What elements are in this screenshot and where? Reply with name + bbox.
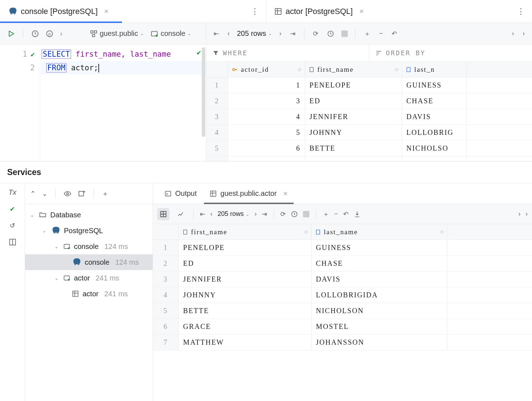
add-icon[interactable]: ＋ [323,210,329,218]
prev-page-icon[interactable]: ‹ [210,210,213,218]
close-icon[interactable]: ✕ [104,8,109,15]
first-page-icon[interactable]: ⇤ [200,210,205,218]
tree-console-query[interactable]: ⌄ console 124 ms [25,239,153,254]
cell-first-name[interactable]: BETTE [179,303,312,319]
cell-last-name[interactable]: MOSTEL [402,156,467,161]
code-editor[interactable]: 1✔ 2 SELECT first_name, last_name FROM a… [0,44,206,161]
table-row[interactable]: 3JENNIFERDAVIS [153,272,532,287]
cell-first-name[interactable]: MATTHEW [179,335,312,350]
col-header-first-name[interactable]: first_name◇ [305,62,402,77]
cell-actor-id[interactable]: 1 [228,77,305,93]
add-icon[interactable]: ＋ [102,189,108,198]
collapse-down-icon[interactable]: ⌄ [42,190,47,198]
next-page-icon[interactable]: › [255,210,257,218]
close-icon[interactable]: ✕ [359,8,364,15]
chevron-right-icon[interactable]: › [60,29,62,38]
where-filter[interactable]: WHERE [206,44,369,61]
table-row[interactable]: 6GRACEMOSTEL [153,319,532,335]
scrollbar-thumb[interactable] [202,47,205,137]
table-row[interactable]: 45JOHNNYLOLLOBRIG [206,125,532,141]
close-icon[interactable]: ✕ [283,190,288,197]
add-icon[interactable]: ＋ [363,28,372,39]
tree-console-result[interactable]: console 124 ms [25,254,153,270]
cell-last-name[interactable]: GUINESS [312,240,447,255]
export-icon[interactable] [354,211,361,218]
revert-icon[interactable]: ↶ [390,28,398,39]
clock-icon[interactable] [291,211,298,218]
cell-actor-id[interactable]: 7 [228,156,305,161]
table-row[interactable]: 7MATTHEWJOHANSSON [153,335,532,350]
prev-page-icon[interactable]: ‹ [226,28,231,39]
tx-label[interactable]: Tx [8,188,16,197]
tree-actor-query[interactable]: ⌄ actor 241 ms [25,270,153,286]
table-row[interactable]: 1PENELOPEGUINESS [153,240,532,256]
cell-last-name[interactable]: GUINESS [402,77,467,93]
cell-first-name[interactable]: GRACE [305,156,402,161]
tab-actor[interactable]: actor [PostgreSQL] ✕ [266,0,372,23]
check-icon[interactable]: ✔ [10,205,15,213]
cell-actor-id[interactable]: 5 [228,125,305,140]
cell-first-name[interactable]: JOHNNY [305,125,402,140]
col-header-actor-id[interactable]: actor_id◇ [228,62,305,77]
table-row[interactable]: 67GRACEMOSTEL [206,156,532,161]
output-tab[interactable]: Output [159,183,202,204]
tab-console[interactable]: console [PostgreSQL] ✕ [0,0,117,23]
next-page-icon[interactable]: › [278,28,283,39]
cell-first-name[interactable]: PENELOPE [179,240,312,255]
cell-actor-id[interactable]: 6 [228,141,305,156]
schema-selector[interactable]: guest.public ⌄ [90,29,144,38]
revert-icon[interactable]: ↺ [10,222,15,230]
orderby-filter[interactable]: ORDER BY [369,44,532,61]
cell-last-name[interactable]: NICHOLSON [312,303,447,319]
table-row[interactable]: 56BETTENICHOLSO [206,141,532,156]
table-row[interactable]: 34JENNIFERDAVIS [206,109,532,125]
session-selector[interactable]: console ⌄ [150,29,191,38]
cell-actor-id[interactable]: 4 [228,109,305,124]
refresh-icon[interactable]: ⟳ [280,210,286,218]
layout-icon[interactable] [9,238,17,246]
col-header-last-name[interactable]: last_name◇ [312,224,447,240]
tree-actor-result[interactable]: actor 241 ms [25,286,153,302]
chevron-right-icon[interactable]: › [526,210,528,218]
cell-first-name[interactable]: ED [179,256,312,271]
row-count[interactable]: 205 rows ⌄ [218,210,249,218]
collapse-up-icon[interactable]: ⌃ [30,190,36,198]
chevron-right-icon[interactable]: › [518,210,521,218]
last-page-icon[interactable]: ⇥ [289,28,297,39]
cell-last-name[interactable]: LOLLOBRIGIDA [312,287,447,303]
tree-postgresql[interactable]: ⌄ PostgreSQL [25,223,153,239]
history-icon[interactable] [31,30,39,38]
tree-database[interactable]: ⌄ Database [25,207,153,223]
run-button[interactable] [7,30,15,38]
col-header-first-name[interactable]: first_name◇ [179,224,312,240]
cell-last-name[interactable]: LOLLOBRIG [402,125,467,140]
grid-mode-button[interactable] [157,208,169,220]
row-count[interactable]: 205 rows ⌄ [237,29,272,38]
stop-icon[interactable] [341,30,348,37]
eye-icon[interactable] [64,190,71,198]
cell-first-name[interactable]: GRACE [179,319,312,334]
revert-icon[interactable]: ↶ [343,210,349,218]
cell-first-name[interactable]: PENELOPE [305,77,402,93]
remove-icon[interactable]: − [378,28,384,39]
chart-mode-button[interactable] [174,208,187,220]
tab-more-icon[interactable]: ⋮ [251,7,259,16]
cell-first-name[interactable]: JENNIFER [305,109,402,124]
refresh-icon[interactable]: ⟳ [312,28,320,39]
cell-last-name[interactable]: NICHOLSO [402,141,467,156]
first-page-icon[interactable]: ⇤ [212,28,220,39]
cell-last-name[interactable]: CHASE [312,256,447,271]
cell-last-name[interactable]: CHASE [402,93,467,109]
new-tab-icon[interactable] [78,190,86,198]
clock-icon[interactable] [326,29,336,39]
chevron-right-icon[interactable]: › [521,28,526,39]
col-header-last-name[interactable]: last_n [402,62,467,77]
table-row[interactable]: 4JOHNNYLOLLOBRIGIDA [153,287,532,303]
last-page-icon[interactable]: ⇥ [262,210,267,218]
cell-first-name[interactable]: BETTE [305,141,402,156]
cell-actor-id[interactable]: 3 [228,93,305,109]
cell-first-name[interactable]: JENNIFER [179,272,312,287]
playground-icon[interactable]: p [46,30,53,38]
cell-last-name[interactable]: MOSTEL [312,319,447,334]
table-tab[interactable]: guest.public.actor ✕ [204,183,294,204]
